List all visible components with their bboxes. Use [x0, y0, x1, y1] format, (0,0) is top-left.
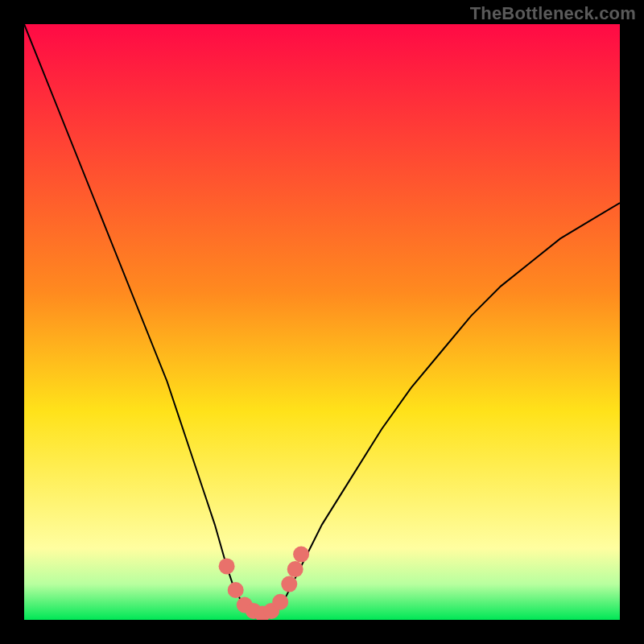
chart-frame: TheBottleneck.com	[0, 0, 644, 644]
bottleneck-plot	[24, 24, 620, 620]
marker-dot	[219, 558, 235, 574]
marker-dot	[272, 594, 288, 610]
marker-dot	[281, 576, 297, 592]
gradient-background	[24, 24, 620, 620]
marker-dot	[293, 547, 309, 563]
watermark-text: TheBottleneck.com	[470, 3, 636, 24]
marker-dot	[228, 582, 244, 598]
marker-dot	[287, 561, 303, 577]
